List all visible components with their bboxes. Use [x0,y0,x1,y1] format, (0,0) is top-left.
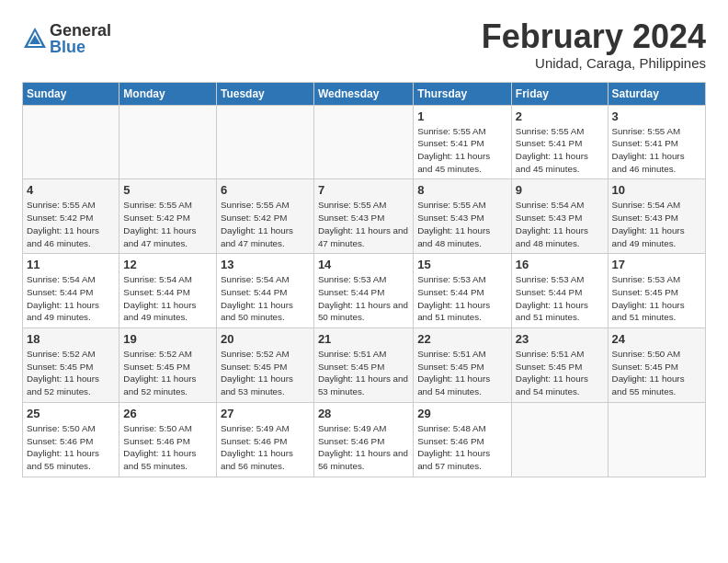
calendar-cell [608,402,705,477]
calendar-cell: 4Sunrise: 5:55 AM Sunset: 5:42 PM Daylig… [23,179,119,254]
day-number: 9 [516,183,604,197]
calendar-table: SundayMondayTuesdayWednesdayThursdayFrid… [22,82,706,477]
logo-icon [22,26,48,52]
day-info: Sunrise: 5:54 AM Sunset: 5:43 PM Dayligh… [516,199,604,249]
logo: General Blue [22,22,111,55]
day-number: 14 [318,258,409,271]
day-info: Sunrise: 5:49 AM Sunset: 5:46 PM Dayligh… [221,422,310,473]
calendar-cell: 23Sunrise: 5:51 AM Sunset: 5:45 PM Dayli… [511,328,608,403]
day-number: 2 [516,109,604,123]
day-info: Sunrise: 5:53 AM Sunset: 5:45 PM Dayligh… [612,273,701,324]
calendar-cell: 3Sunrise: 5:55 AM Sunset: 5:41 PM Daylig… [608,105,705,179]
calendar-cell: 11Sunrise: 5:54 AM Sunset: 5:44 PM Dayli… [23,254,119,328]
calendar-cell: 17Sunrise: 5:53 AM Sunset: 5:45 PM Dayli… [608,254,705,328]
calendar-cell: 20Sunrise: 5:52 AM Sunset: 5:45 PM Dayli… [216,328,313,403]
day-info: Sunrise: 5:55 AM Sunset: 5:42 PM Dayligh… [123,199,212,249]
day-info: Sunrise: 5:54 AM Sunset: 5:44 PM Dayligh… [27,273,115,324]
calendar-cell: 15Sunrise: 5:53 AM Sunset: 5:44 PM Dayli… [414,254,512,328]
day-number: 19 [123,332,212,346]
day-info: Sunrise: 5:50 AM Sunset: 5:46 PM Dayligh… [27,422,115,473]
header-row: SundayMondayTuesdayWednesdayThursdayFrid… [23,82,706,105]
calendar-cell: 16Sunrise: 5:53 AM Sunset: 5:44 PM Dayli… [511,254,608,328]
day-number: 10 [612,183,701,197]
day-info: Sunrise: 5:48 AM Sunset: 5:46 PM Dayligh… [417,422,507,473]
calendar-cell: 21Sunrise: 5:51 AM Sunset: 5:45 PM Dayli… [313,328,413,403]
day-number: 11 [27,258,115,271]
calendar-cell: 10Sunrise: 5:54 AM Sunset: 5:43 PM Dayli… [608,179,705,254]
col-header-wednesday: Wednesday [313,82,413,105]
day-info: Sunrise: 5:51 AM Sunset: 5:45 PM Dayligh… [318,348,409,398]
day-number: 25 [27,407,115,420]
day-number: 16 [516,258,604,271]
day-info: Sunrise: 5:54 AM Sunset: 5:44 PM Dayligh… [123,273,212,324]
calendar-cell [313,105,413,179]
day-info: Sunrise: 5:50 AM Sunset: 5:46 PM Dayligh… [123,422,212,473]
week-row-4: 18Sunrise: 5:52 AM Sunset: 5:45 PM Dayli… [23,328,706,403]
day-info: Sunrise: 5:52 AM Sunset: 5:45 PM Dayligh… [123,348,212,398]
col-header-friday: Friday [511,82,608,105]
day-info: Sunrise: 5:52 AM Sunset: 5:45 PM Dayligh… [221,348,310,398]
week-row-2: 4Sunrise: 5:55 AM Sunset: 5:42 PM Daylig… [23,179,706,254]
calendar-cell: 12Sunrise: 5:54 AM Sunset: 5:44 PM Dayli… [119,254,217,328]
week-row-5: 25Sunrise: 5:50 AM Sunset: 5:46 PM Dayli… [23,402,706,477]
col-header-thursday: Thursday [414,82,512,105]
calendar-cell: 18Sunrise: 5:52 AM Sunset: 5:45 PM Dayli… [23,328,119,403]
day-number: 29 [417,407,507,420]
week-row-3: 11Sunrise: 5:54 AM Sunset: 5:44 PM Dayli… [23,254,706,328]
location: Unidad, Caraga, Philippines [482,55,706,71]
calendar-cell: 19Sunrise: 5:52 AM Sunset: 5:45 PM Dayli… [119,328,217,403]
day-number: 5 [123,183,212,197]
calendar-cell: 28Sunrise: 5:49 AM Sunset: 5:46 PM Dayli… [313,402,413,477]
calendar-cell: 25Sunrise: 5:50 AM Sunset: 5:46 PM Dayli… [23,402,119,477]
day-info: Sunrise: 5:53 AM Sunset: 5:44 PM Dayligh… [318,273,409,324]
page-container: General Blue February 2024 Unidad, Carag… [0,0,728,487]
calendar-cell [119,105,217,179]
day-info: Sunrise: 5:51 AM Sunset: 5:45 PM Dayligh… [417,348,507,398]
calendar-cell [23,105,119,179]
logo-blue: Blue [50,39,111,55]
calendar-cell: 29Sunrise: 5:48 AM Sunset: 5:46 PM Dayli… [414,402,512,477]
day-number: 13 [221,258,310,271]
calendar-cell [511,402,608,477]
calendar-cell: 5Sunrise: 5:55 AM Sunset: 5:42 PM Daylig… [119,179,217,254]
day-info: Sunrise: 5:55 AM Sunset: 5:42 PM Dayligh… [27,199,115,249]
calendar-cell: 27Sunrise: 5:49 AM Sunset: 5:46 PM Dayli… [216,402,313,477]
day-info: Sunrise: 5:51 AM Sunset: 5:45 PM Dayligh… [516,348,604,398]
day-info: Sunrise: 5:55 AM Sunset: 5:43 PM Dayligh… [417,199,507,249]
calendar-cell: 9Sunrise: 5:54 AM Sunset: 5:43 PM Daylig… [511,179,608,254]
day-number: 28 [318,407,409,420]
day-info: Sunrise: 5:55 AM Sunset: 5:42 PM Dayligh… [221,199,310,249]
col-header-saturday: Saturday [608,82,705,105]
day-number: 1 [417,109,507,123]
month-title: February 2024 [482,18,706,55]
week-row-1: 1Sunrise: 5:55 AM Sunset: 5:41 PM Daylig… [23,105,706,179]
calendar-cell: 26Sunrise: 5:50 AM Sunset: 5:46 PM Dayli… [119,402,217,477]
title-block: February 2024 Unidad, Caraga, Philippine… [482,18,706,71]
calendar-cell: 22Sunrise: 5:51 AM Sunset: 5:45 PM Dayli… [414,328,512,403]
day-number: 24 [612,332,701,346]
day-number: 17 [612,258,701,271]
day-number: 18 [27,332,115,346]
day-info: Sunrise: 5:55 AM Sunset: 5:41 PM Dayligh… [612,125,701,176]
calendar-cell: 1Sunrise: 5:55 AM Sunset: 5:41 PM Daylig… [414,105,512,179]
calendar-cell [216,105,313,179]
day-info: Sunrise: 5:55 AM Sunset: 5:41 PM Dayligh… [417,125,507,176]
col-header-monday: Monday [119,82,217,105]
day-number: 23 [516,332,604,346]
day-info: Sunrise: 5:50 AM Sunset: 5:45 PM Dayligh… [612,348,701,398]
day-number: 6 [221,183,310,197]
calendar-cell: 2Sunrise: 5:55 AM Sunset: 5:41 PM Daylig… [511,105,608,179]
day-info: Sunrise: 5:54 AM Sunset: 5:44 PM Dayligh… [221,273,310,324]
calendar-cell: 7Sunrise: 5:55 AM Sunset: 5:43 PM Daylig… [313,179,413,254]
day-info: Sunrise: 5:49 AM Sunset: 5:46 PM Dayligh… [318,422,409,473]
day-number: 27 [221,407,310,420]
day-number: 4 [27,183,115,197]
day-number: 15 [417,258,507,271]
day-info: Sunrise: 5:55 AM Sunset: 5:43 PM Dayligh… [318,199,409,249]
day-number: 22 [417,332,507,346]
day-number: 8 [417,183,507,197]
calendar-cell: 24Sunrise: 5:50 AM Sunset: 5:45 PM Dayli… [608,328,705,403]
header: General Blue February 2024 Unidad, Carag… [22,18,706,71]
logo-text: General Blue [50,22,111,55]
day-number: 3 [612,109,701,123]
